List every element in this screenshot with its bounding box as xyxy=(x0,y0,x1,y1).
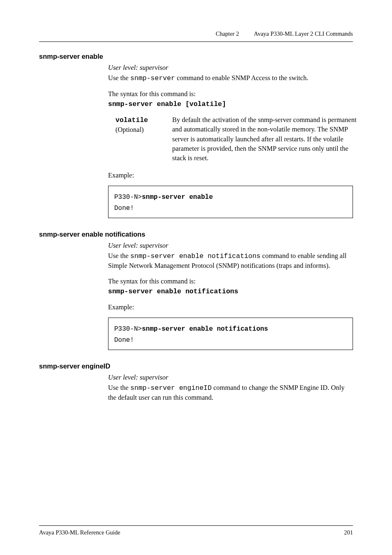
code-command: snmp-server enable xyxy=(142,193,213,201)
footer-guide: Avaya P330-ML Reference Guide xyxy=(39,529,120,536)
code-example: P330-N>snmp-server enable notifications … xyxy=(108,318,353,350)
code-line: P330-N>snmp-server enable notifications xyxy=(114,324,347,335)
inline-code: snmp-server xyxy=(130,74,175,82)
intro-paragraph: Use the snmp-server engineID command to … xyxy=(108,383,353,403)
footer-rule xyxy=(39,525,353,526)
param-key: volatile (Optional) xyxy=(115,115,172,163)
code-prompt: P330-N> xyxy=(114,193,142,201)
footer-row: Avaya P330-ML Reference Guide 201 xyxy=(39,529,353,536)
table-row: volatile (Optional) By default the activ… xyxy=(115,115,360,163)
code-output: Done! xyxy=(114,203,347,214)
header-chapter: Chapter 2 xyxy=(216,30,239,37)
syntax-command: snmp-server enable notifications xyxy=(108,287,353,296)
param-key-plain: (Optional) xyxy=(115,126,144,134)
text: Use the xyxy=(108,252,130,260)
syntax-command: snmp-server enable [volatile] xyxy=(108,99,353,109)
code-example: P330-N>snmp-server enable Done! xyxy=(108,186,353,218)
section-body: User level: supervisor Use the snmp-serv… xyxy=(108,373,353,403)
param-desc: By default the activation of the snmp-se… xyxy=(172,115,360,163)
param-key-mono: volatile xyxy=(115,116,148,124)
code-command: snmp-server enable notifications xyxy=(142,325,268,333)
section-title-snmp-server-engineid: snmp-server engineID xyxy=(39,362,353,370)
user-level: User level: supervisor xyxy=(108,373,353,382)
example-label: Example: xyxy=(108,170,353,180)
section-body: User level: supervisor Use the snmp-serv… xyxy=(108,63,353,218)
code-output: Done! xyxy=(114,335,347,346)
header-title: Avaya P330-ML Layer 2 CLI Commands xyxy=(254,30,353,37)
intro-paragraph: Use the snmp-server enable notifications… xyxy=(108,251,353,271)
user-level: User level: supervisor xyxy=(108,63,353,72)
running-header: Chapter 2Avaya P330-ML Layer 2 CLI Comma… xyxy=(39,30,353,37)
code-prompt: P330-N> xyxy=(114,325,142,333)
header-rule xyxy=(39,41,353,42)
footer-page-number: 201 xyxy=(344,529,353,536)
parameter-table: volatile (Optional) By default the activ… xyxy=(115,115,360,163)
section-body: User level: supervisor Use the snmp-serv… xyxy=(108,241,353,350)
example-label: Example: xyxy=(108,302,353,312)
code-line: P330-N>snmp-server enable xyxy=(114,192,347,203)
inline-code: snmp-server engineID xyxy=(130,384,212,392)
page: Chapter 2Avaya P330-ML Layer 2 CLI Comma… xyxy=(0,0,392,555)
footer: Avaya P330-ML Reference Guide 201 xyxy=(39,525,353,536)
user-level: User level: supervisor xyxy=(108,241,353,250)
section-title-snmp-server-enable: snmp-server enable xyxy=(39,53,353,60)
syntax-label: The syntax for this command is: xyxy=(108,276,353,286)
syntax-label: The syntax for this command is: xyxy=(108,89,353,99)
inline-code: snmp-server enable notifications xyxy=(130,252,261,260)
section-title-snmp-server-enable-notifications: snmp-server enable notifications xyxy=(39,230,353,238)
text: command to enable SNMP Access to the swi… xyxy=(175,74,308,82)
text: Use the xyxy=(108,74,130,82)
text: Use the xyxy=(108,384,130,391)
intro-paragraph: Use the snmp-server command to enable SN… xyxy=(108,73,353,83)
